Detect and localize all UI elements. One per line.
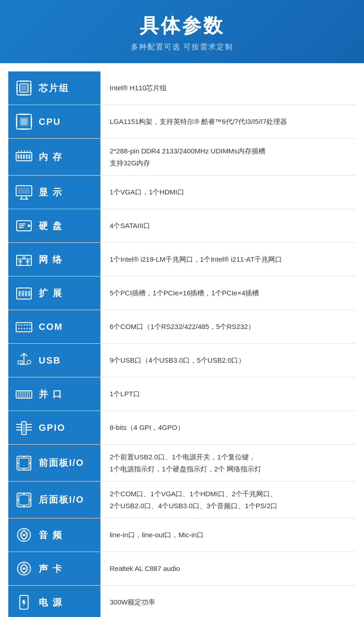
- spec-label: 后面板I/O: [39, 494, 84, 506]
- table-row: 音 频 line-in口，line-out口，Mic-in口: [8, 518, 356, 552]
- svg-rect-107: [19, 495, 29, 505]
- label-inner: 芯片组: [14, 78, 95, 98]
- svg-point-78: [21, 328, 23, 329]
- label-inner: GPIO: [14, 417, 95, 438]
- chipset-icon: [14, 78, 34, 98]
- table-row: CPU LGA1151构架，支持英特尔® 酷睿™6代/7代I3/I5/I7处理器: [8, 105, 356, 139]
- svg-point-80: [27, 328, 28, 329]
- page-subtitle: 多种配置可选 可按需求定制: [9, 42, 355, 52]
- spec-value: 9个USB口（4个USB3.0口，5个USB2.0口）: [100, 344, 356, 377]
- label-inner: 硬 盘: [14, 216, 95, 236]
- spec-value: Intel® H110芯片组: [100, 71, 356, 105]
- table-row: 显 示 1个VGA口，1个HDMI口: [8, 176, 356, 209]
- spec-value: 2*288-pin DDR4 2133/2400MHz UDIMMs内存插槽支持…: [100, 139, 356, 176]
- display-icon: [14, 182, 34, 202]
- table-row: 硬 盘 4个SATAIII口: [8, 209, 356, 243]
- svg-point-79: [24, 328, 25, 329]
- spec-value: 8-bits（4 GPI，4GPO）: [100, 411, 356, 445]
- com-icon: [14, 317, 34, 337]
- table-row: 后面板I/O 2个COM口、1个VGA口、1个HDMI口、2个千兆网口、2个US…: [8, 482, 356, 518]
- svg-point-74: [24, 324, 25, 326]
- spec-value: 2个前置USB2.0口、1个电源开关，1个复位键，1个电源指示灯，1个硬盘指示灯…: [100, 445, 356, 482]
- spec-value: 1个LPT口: [100, 377, 356, 411]
- svg-rect-41: [23, 154, 25, 159]
- svg-rect-40: [20, 154, 22, 159]
- svg-rect-17: [21, 118, 27, 125]
- svg-point-72: [18, 324, 20, 326]
- spec-value: 1个Intel® i219-LM千兆网口，1个Intel® i211-AT千兆网…: [100, 243, 356, 276]
- audio-icon: [14, 558, 34, 579]
- spec-value: 300W额定功率: [100, 586, 356, 617]
- svg-rect-82: [18, 361, 23, 364]
- table-row: 网 络 1个Intel® i219-LM千兆网口，1个Intel® i211-A…: [8, 243, 356, 276]
- label-inner: 网 络: [14, 249, 95, 270]
- table-row: 电 源 300W额定功率: [8, 586, 356, 617]
- spec-label: 扩 展: [39, 287, 63, 300]
- svg-point-83: [27, 360, 31, 364]
- label-inner: 后面板I/O: [14, 490, 95, 510]
- table-container: 芯片组 Intel® H110芯片组: [0, 63, 364, 617]
- spec-value: 5个PCI插槽，1个PCIe×16插槽，1个PCIe×4插槽: [100, 276, 356, 310]
- spec-value: 4个SATAIII口: [100, 209, 356, 243]
- spec-value: 6个COM口（1个RS232/422/485，5个RS232）: [100, 310, 356, 344]
- svg-point-81: [29, 328, 31, 329]
- svg-rect-67: [18, 291, 21, 296]
- label-inner: 并 口: [14, 384, 95, 404]
- network-icon: [14, 249, 34, 270]
- svg-rect-42: [26, 154, 28, 159]
- label-inner: 电 源: [14, 592, 95, 612]
- table-row: 前面板I/O 2个前置USB2.0口、1个电源开关，1个复位键，1个电源指示灯，…: [8, 445, 356, 482]
- memory-icon: [14, 147, 34, 167]
- spec-label: 网 络: [39, 253, 63, 266]
- svg-point-114: [23, 534, 25, 536]
- spec-label: USB: [39, 355, 61, 366]
- svg-rect-65: [22, 256, 26, 259]
- svg-point-77: [18, 328, 20, 329]
- table-row: 扩 展 5个PCI插槽，1个PCIe×16插槽，1个PCIe×4插槽: [8, 276, 356, 310]
- label-inner: 扩 展: [14, 283, 95, 303]
- label-inner: COM: [14, 317, 95, 337]
- usb-icon: [14, 350, 34, 370]
- svg-rect-69: [25, 291, 27, 296]
- label-inner: USB: [14, 350, 95, 370]
- svg-rect-63: [18, 260, 22, 263]
- svg-rect-43: [29, 154, 30, 159]
- label-inner: CPU: [14, 112, 95, 132]
- svg-rect-64: [26, 260, 29, 263]
- power-icon: [14, 592, 34, 612]
- panel-icon: [14, 490, 34, 510]
- spec-label: 硬 盘: [39, 220, 63, 232]
- svg-point-75: [27, 324, 28, 326]
- table-row: GPIO 8-bits（4 GPI，4GPO）: [8, 411, 356, 445]
- label-inner: 内 存: [14, 147, 95, 167]
- label-inner: 前面板I/O: [14, 453, 95, 473]
- svg-rect-2: [21, 85, 27, 91]
- spec-table: 芯片组 Intel® H110芯片组: [8, 71, 356, 617]
- panel-icon: [14, 453, 34, 473]
- svg-point-117: [23, 568, 25, 570]
- svg-point-76: [29, 324, 31, 326]
- spec-value: line-in口，line-out口，Mic-in口: [100, 518, 356, 552]
- spec-label: 电 源: [39, 596, 63, 609]
- spec-label: 音 频: [39, 529, 63, 541]
- svg-rect-53: [18, 188, 30, 194]
- spec-label: GPIO: [39, 423, 65, 433]
- table-row: COM 6个COM口（1个RS232/422/485，5个RS232）: [8, 310, 356, 344]
- page-title: 具体参数: [9, 13, 355, 39]
- spec-value: LGA1151构架，支持英特尔® 酷睿™6代/7代I3/I5/I7处理器: [100, 105, 356, 139]
- spec-label: 声 卡: [39, 563, 63, 575]
- expansion-icon: [14, 283, 34, 303]
- svg-point-73: [21, 324, 23, 326]
- label-inner: 声 卡: [14, 558, 95, 579]
- table-row: 并 口 1个LPT口: [8, 377, 356, 411]
- gpio-icon: [14, 417, 34, 438]
- spec-label: 并 口: [39, 388, 63, 400]
- table-row: USB 9个USB口（4个USB3.0口，5个USB2.0口）: [8, 344, 356, 377]
- svg-rect-101: [19, 458, 29, 468]
- svg-rect-68: [22, 291, 24, 296]
- audio-icon: [14, 525, 34, 545]
- table-row: 内 存 2*288-pin DDR4 2133/2400MHz UDIMMs内存…: [8, 139, 356, 176]
- spec-label: 内 存: [39, 151, 63, 163]
- parallel-icon: [14, 384, 34, 404]
- spec-label: CPU: [39, 117, 61, 127]
